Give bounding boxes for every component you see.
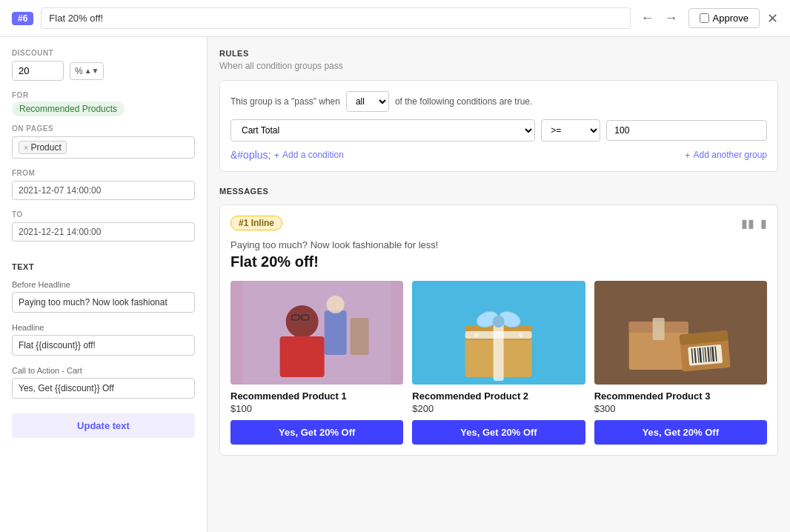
- group-pass-select[interactable]: all any: [346, 91, 389, 112]
- product-cta-2[interactable]: Yes, Get 20% Off: [412, 420, 585, 445]
- product-image-1: [230, 281, 403, 385]
- condition-type-select[interactable]: Cart Total Product URL: [230, 119, 535, 142]
- discount-label: DISCOUNT: [12, 49, 195, 57]
- product-cta-1[interactable]: Yes, Get 20% Off: [230, 420, 403, 445]
- from-input[interactable]: [12, 181, 195, 200]
- condition-group-row: This group is a "pass" when all any of t…: [230, 91, 767, 112]
- product-name-2: Recommended Product 2: [412, 390, 585, 402]
- to-input[interactable]: [12, 222, 195, 242]
- rules-subtitle: When all condition groups pass: [219, 61, 778, 71]
- inline-badge: #1 Inline: [230, 216, 282, 230]
- product-price-1: $100: [230, 403, 403, 414]
- product-cta-3[interactable]: Yes, Get 20% Off: [594, 420, 767, 445]
- svg-point-1: [286, 305, 319, 338]
- for-tag: Recommended Products: [12, 102, 125, 116]
- svg-point-19: [519, 333, 523, 337]
- discount-unit: % ▲▼: [70, 62, 104, 80]
- product-card-3: Recommended Product 3 $300 Yes, Get 20% …: [594, 281, 767, 445]
- svg-point-18: [474, 333, 479, 337]
- before-headline-label: Before Headline: [12, 280, 195, 289]
- svg-line-30: [700, 348, 701, 362]
- next-button[interactable]: →: [662, 7, 681, 29]
- approve-button[interactable]: Approve: [688, 8, 760, 28]
- svg-rect-9: [351, 318, 369, 355]
- add-condition-button[interactable]: &#oplus; + Add a condition: [230, 149, 344, 161]
- page-tag: × Product: [19, 141, 67, 154]
- group-pass-text1: This group is a "pass" when: [230, 96, 340, 107]
- item-badge: #6: [12, 12, 33, 25]
- cta-input[interactable]: [12, 378, 195, 399]
- page-tag-remove[interactable]: ×: [24, 143, 28, 152]
- headline-label: Headline: [12, 323, 195, 332]
- on-pages-label: ON PAGES: [12, 124, 195, 133]
- pages-field[interactable]: × Product: [12, 136, 195, 159]
- title-input[interactable]: [41, 7, 630, 29]
- svg-rect-2: [280, 336, 325, 377]
- svg-point-17: [493, 316, 505, 327]
- product-price-3: $300: [594, 403, 767, 414]
- to-label: TO: [12, 210, 195, 219]
- condition-op-select[interactable]: >= <= =: [541, 119, 600, 142]
- product-image-3: [594, 281, 767, 385]
- svg-line-35: [712, 347, 714, 362]
- desktop-icon[interactable]: ▮▮: [741, 216, 754, 230]
- svg-point-8: [327, 296, 345, 313]
- approve-checkbox[interactable]: [700, 13, 709, 23]
- for-label: FOR: [12, 91, 195, 99]
- plus-circle-icon: &#oplus;: [230, 149, 270, 161]
- text-section-title: TEXT: [12, 262, 195, 271]
- product-image-2: [412, 281, 585, 385]
- svg-rect-23: [652, 318, 664, 340]
- product-card-2: Recommended Product 2 $200 Yes, Get 20% …: [412, 281, 585, 445]
- close-button[interactable]: ✕: [767, 10, 778, 27]
- mobile-icon[interactable]: ▮: [760, 216, 767, 230]
- nav-controls: ← →: [638, 7, 681, 29]
- products-grid: Recommended Product 1 $100 Yes, Get 20% …: [230, 281, 767, 445]
- headline-input[interactable]: [12, 335, 195, 356]
- message-headline: Flat 20% off!: [230, 253, 767, 270]
- message-before-headline: Paying too much? Now look fashionable fo…: [230, 239, 767, 250]
- condition-value-input[interactable]: [606, 120, 767, 141]
- svg-rect-7: [325, 310, 347, 355]
- message-card-header: #1 Inline ▮▮ ▮: [230, 216, 767, 230]
- condition-main-row: Cart Total Product URL >= <= =: [230, 119, 767, 142]
- condition-actions: &#oplus; + Add a condition + Add another…: [230, 149, 767, 161]
- svg-rect-13: [494, 322, 504, 381]
- cta-label: Call to Action - Cart: [12, 366, 195, 375]
- messages-title: MESSAGES: [219, 187, 778, 196]
- rules-title: RULES: [219, 49, 778, 58]
- message-card: #1 Inline ▮▮ ▮ Paying too much? Now look…: [219, 205, 778, 456]
- product-name-3: Recommended Product 3: [594, 390, 767, 402]
- add-group-icon: +: [685, 150, 691, 161]
- rules-box: This group is a "pass" when all any of t…: [219, 80, 778, 172]
- product-name-1: Recommended Product 1: [230, 390, 403, 402]
- from-label: FROM: [12, 169, 195, 177]
- update-text-button[interactable]: Update text: [12, 413, 195, 438]
- product-price-2: $200: [412, 403, 585, 414]
- view-icons: ▮▮ ▮: [741, 216, 767, 230]
- product-card-1: Recommended Product 1 $100 Yes, Get 20% …: [230, 281, 403, 445]
- discount-input[interactable]: [12, 61, 64, 81]
- prev-button[interactable]: ←: [638, 7, 657, 29]
- add-group-button[interactable]: + Add another group: [685, 150, 767, 161]
- group-pass-text2: of the following conditions are true.: [395, 96, 532, 107]
- before-headline-input[interactable]: [12, 292, 195, 313]
